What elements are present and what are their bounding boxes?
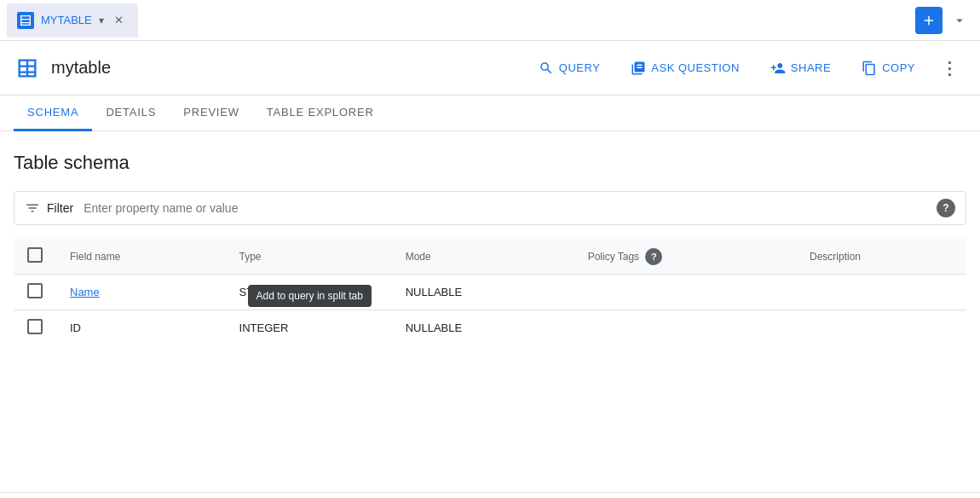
- ask-question-label: ASK QUESTION: [651, 61, 740, 74]
- table-tab-icon: [17, 12, 34, 29]
- row-name-checkbox[interactable]: [27, 283, 43, 298]
- table-row: ID INTEGER NULLABLE: [14, 310, 966, 346]
- tab-close-button[interactable]: ✕: [111, 12, 128, 29]
- filter-input[interactable]: [84, 201, 937, 215]
- toolbar: mytable QUERY ASK QUESTION SHARE COPY ⋮: [0, 41, 980, 96]
- row-id-field: ID: [56, 310, 226, 346]
- active-tab[interactable]: MYTABLE ▾ ✕: [7, 3, 138, 38]
- row-name-description: [796, 275, 966, 310]
- row-id-type: INTEGER: [226, 310, 392, 346]
- tab-label: MYTABLE: [41, 14, 92, 26]
- th-field-name: Field name: [56, 239, 226, 275]
- th-mode: Mode: [392, 239, 574, 275]
- row-id-checkbox-cell: [14, 310, 56, 346]
- table-header-row: Field name Type Add to query in split ta…: [14, 239, 966, 275]
- tab-preview[interactable]: PREVIEW: [170, 96, 253, 131]
- row-id-description: [796, 310, 966, 346]
- policy-tags-help-icon[interactable]: ?: [645, 248, 662, 265]
- row-name-mode: NULLABLE: [392, 275, 574, 310]
- toolbar-actions: QUERY ASK QUESTION SHARE COPY ⋮: [525, 51, 966, 85]
- tab-details[interactable]: DETAILS: [92, 96, 170, 131]
- th-policy-tags: Policy Tags ?: [574, 239, 796, 275]
- tab-chevron-icon[interactable]: ▾: [99, 14, 104, 26]
- row-name-field: Name: [56, 275, 226, 310]
- more-tabs-button[interactable]: [946, 7, 973, 34]
- sub-tabs: SCHEMA DETAILS PREVIEW TABLE EXPLORER: [0, 96, 980, 131]
- bottom-actions: EDIT SCHEMA VIEW ROW ACCESS POLICIES: [0, 492, 980, 498]
- tab-bar: MYTABLE ▾ ✕: [0, 0, 980, 41]
- filter-bar: Filter ?: [14, 191, 966, 225]
- row-name-checkbox-cell: [14, 275, 56, 310]
- select-all-checkbox[interactable]: [27, 247, 43, 263]
- type-header-container: Type Add to query in split tab: [239, 251, 378, 263]
- row-id-mode: NULLABLE: [392, 310, 574, 346]
- more-options-button[interactable]: ⋮: [932, 51, 966, 85]
- table-row: Name STRING NULLABLE: [14, 275, 966, 310]
- copy-button[interactable]: COPY: [848, 54, 929, 83]
- th-type: Type Add to query in split tab: [226, 239, 392, 275]
- field-name-link[interactable]: Name: [70, 286, 100, 298]
- main-content: Table schema Filter ? Field name Type Ad: [0, 131, 980, 492]
- ask-question-button[interactable]: ASK QUESTION: [617, 54, 753, 83]
- schema-table: Field name Type Add to query in split ta…: [14, 239, 966, 345]
- row-id-checkbox[interactable]: [27, 319, 43, 334]
- row-name-type: STRING: [226, 275, 392, 310]
- toolbar-title: mytable: [51, 58, 111, 78]
- add-tab-button[interactable]: [915, 7, 943, 34]
- copy-label: COPY: [882, 61, 915, 74]
- tab-schema[interactable]: SCHEMA: [14, 96, 92, 131]
- share-button[interactable]: SHARE: [757, 54, 845, 83]
- filter-label: Filter: [47, 201, 73, 215]
- tab-bar-actions: [915, 7, 973, 34]
- row-name-policy: [574, 275, 796, 310]
- filter-help-icon[interactable]: ?: [937, 199, 955, 217]
- filter-icon: [25, 200, 40, 216]
- th-checkbox: [14, 239, 56, 275]
- query-label: QUERY: [559, 61, 601, 74]
- section-title: Table schema: [14, 152, 966, 174]
- toolbar-table-icon: [14, 55, 41, 82]
- row-id-policy: [574, 310, 796, 346]
- th-description: Description: [796, 239, 966, 275]
- query-button[interactable]: QUERY: [525, 54, 614, 83]
- more-icon: ⋮: [941, 58, 958, 78]
- share-label: SHARE: [791, 61, 831, 74]
- tab-table-explorer[interactable]: TABLE EXPLORER: [253, 96, 388, 131]
